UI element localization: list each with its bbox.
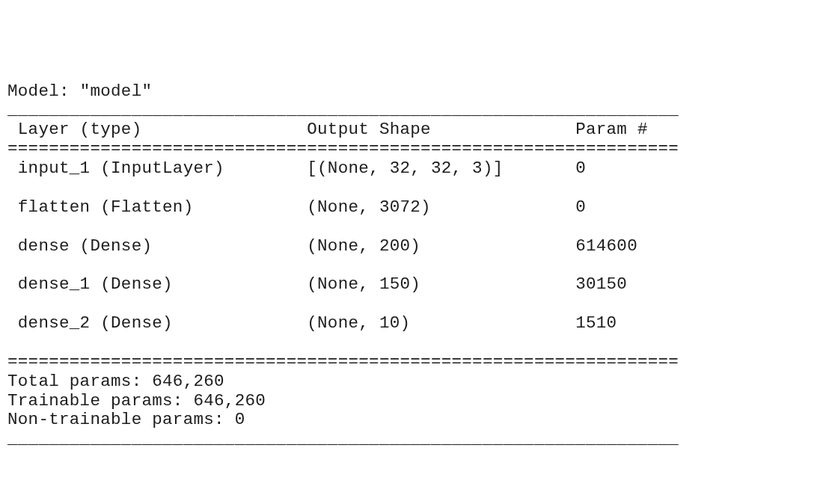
- cell-layer: dense (Dense): [7, 236, 307, 256]
- total-params-line: Total params: 646,260: [7, 372, 224, 391]
- non-trainable-params-label: Non-trainable params:: [7, 410, 235, 429]
- cell-output-shape: (None, 3072): [307, 197, 575, 217]
- model-title-line: Model: "model": [7, 82, 152, 101]
- trainable-params-line: Trainable params: 646,260: [7, 391, 266, 411]
- total-params-value: 646,260: [152, 372, 224, 391]
- total-params-label: Total params:: [7, 372, 152, 391]
- cell-layer: dense_1 (Dense): [7, 274, 307, 294]
- cell-output-shape: (None, 200): [307, 236, 575, 256]
- table-row: flatten (Flatten) (None, 3072) 0: [7, 197, 586, 217]
- model-name: model: [90, 82, 141, 101]
- cell-param-count: 30150: [575, 274, 627, 294]
- sep-equal-top: ========================================…: [7, 139, 679, 159]
- header-output: Output Shape: [307, 120, 575, 139]
- trainable-params-label: Trainable params:: [7, 391, 193, 411]
- header-param: Param #: [575, 120, 648, 139]
- cell-param-count: 0: [575, 197, 586, 217]
- table-row: dense_2 (Dense) (None, 10) 1510: [7, 313, 617, 333]
- model-label: Model:: [7, 82, 80, 101]
- cell-output-shape: (None, 10): [307, 313, 575, 333]
- cell-layer: input_1 (InputLayer): [7, 159, 307, 178]
- non-trainable-params-line: Non-trainable params: 0: [7, 410, 245, 429]
- cell-output-shape: (None, 150): [307, 274, 575, 294]
- table-row: input_1 (InputLayer) [(None, 32, 32, 3)]…: [7, 159, 586, 178]
- sep-equal-bottom: ========================================…: [7, 352, 679, 372]
- quote-open: ": [80, 82, 91, 101]
- header-layer: Layer (type): [7, 120, 307, 139]
- table-row: dense_1 (Dense) (None, 150) 30150: [7, 274, 627, 294]
- header-row: Layer (type) Output Shape Param #: [7, 120, 648, 139]
- cell-param-count: 0: [575, 159, 586, 178]
- sep-underscore-top: ________________________________________…: [7, 100, 679, 120]
- cell-output-shape: [(None, 32, 32, 3)]: [307, 159, 575, 178]
- cell-param-count: 614600: [575, 236, 637, 256]
- cell-layer: flatten (Flatten): [7, 197, 307, 217]
- sep-underscore-bottom: ________________________________________…: [7, 429, 679, 449]
- cell-layer: dense_2 (Dense): [7, 313, 307, 333]
- trainable-params-value: 646,260: [193, 391, 266, 411]
- non-trainable-params-value: 0: [235, 410, 245, 429]
- table-row: dense (Dense) (None, 200) 614600: [7, 236, 637, 256]
- quote-close: ": [141, 82, 152, 101]
- cell-param-count: 1510: [575, 313, 617, 333]
